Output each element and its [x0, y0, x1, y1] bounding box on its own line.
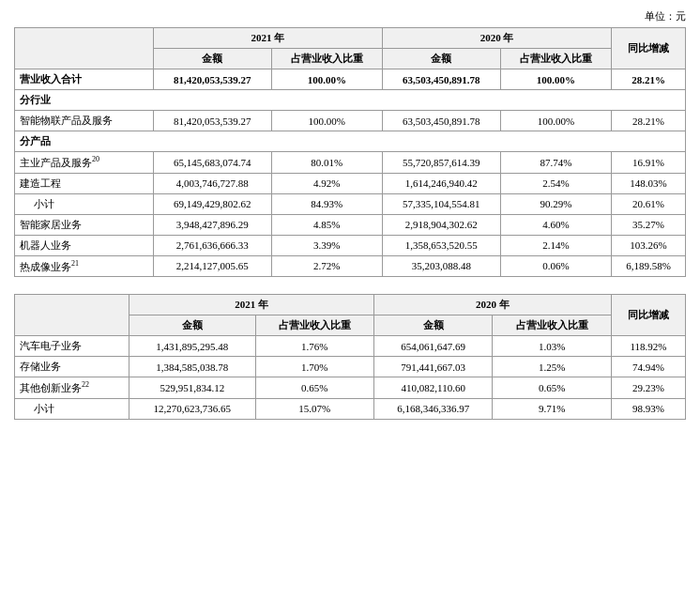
col-2020-header2: 2020 年 [374, 295, 612, 315]
col-2021-header: 2021 年 [153, 28, 382, 49]
ratio-2021: 4.85% [271, 214, 382, 235]
row-label: 营业收入合计 [15, 69, 154, 90]
col-ratio-2020: 占营业收入比重 [500, 49, 611, 69]
col-yoy-header2: 同比增减 [611, 295, 685, 336]
amount-2020: 1,358,653,520.55 [382, 235, 500, 255]
amount-2020: 55,720,857,614.39 [382, 152, 500, 174]
ratio-2020: 0.06% [500, 255, 611, 277]
ratio-2020: 100.00% [500, 111, 611, 131]
ratio-2020: 1.25% [493, 357, 611, 377]
col-amount-2021b: 金额 [129, 315, 255, 336]
amount-2021: 81,420,053,539.27 [153, 111, 271, 131]
ratio-2020: 2.54% [500, 173, 611, 193]
amount-2021: 1,431,895,295.48 [129, 336, 255, 357]
amount-2020: 63,503,450,891.78 [382, 111, 500, 131]
col-2021-header2: 2021 年 [129, 295, 374, 315]
ratio-2021: 1.76% [255, 336, 373, 357]
table1: 2021 年 2020 年 同比增减 金额 占营业收入比重 金额 占营业收入比重… [14, 27, 686, 277]
amount-2020: 410,082,110.60 [374, 377, 493, 399]
amount-2020: 63,503,450,891.78 [382, 69, 500, 90]
col-ratio-2020b: 占营业收入比重 [493, 315, 611, 336]
ratio-2020: 9.71% [493, 398, 611, 419]
amount-2020: 6,168,346,336.97 [374, 398, 493, 419]
ratio-2021: 15.07% [255, 398, 373, 419]
amount-2021: 2,761,636,666.33 [153, 235, 271, 255]
ratio-2021: 3.39% [271, 235, 382, 255]
col-amount-2020b: 金额 [374, 315, 493, 336]
col-category2 [15, 295, 129, 336]
row-label: 存储业务 [15, 357, 129, 377]
ratio-2020: 90.29% [500, 193, 611, 214]
yoy: 35.27% [612, 214, 686, 235]
yoy: 20.61% [612, 193, 686, 214]
ratio-2021: 2.72% [271, 255, 382, 277]
amount-2021: 65,145,683,074.74 [153, 152, 271, 174]
row-label: 热成像业务21 [15, 255, 154, 277]
ratio-2021: 1.70% [255, 357, 373, 377]
section-header: 分产品 [15, 131, 686, 152]
amount-2020: 791,441,667.03 [374, 357, 493, 377]
row-label: 小计 [15, 193, 154, 214]
ratio-2021: 80.01% [271, 152, 382, 174]
ratio-2020: 1.03% [493, 336, 611, 357]
col-yoy-header: 同比增减 [612, 28, 686, 69]
amount-2021: 81,420,053,539.27 [153, 69, 271, 90]
amount-2021: 2,214,127,005.65 [153, 255, 271, 277]
yoy: 74.94% [611, 357, 685, 377]
ratio-2021: 100.00% [271, 69, 382, 90]
amount-2020: 35,203,088.48 [382, 255, 500, 277]
amount-2021: 1,384,585,038.78 [129, 357, 255, 377]
row-label: 智能家居业务 [15, 214, 154, 235]
unit-label: 单位：元 [14, 9, 686, 23]
amount-2021: 3,948,427,896.29 [153, 214, 271, 235]
ratio-2021: 4.92% [271, 173, 382, 193]
ratio-2021: 100.00% [271, 111, 382, 131]
amount-2020: 2,918,904,302.62 [382, 214, 500, 235]
col-amount-2020: 金额 [382, 49, 500, 69]
amount-2020: 654,061,647.69 [374, 336, 493, 357]
row-label: 主业产品及服务20 [15, 152, 154, 174]
yoy: 28.21% [612, 69, 686, 90]
row-label: 建造工程 [15, 173, 154, 193]
amount-2021: 69,149,429,802.62 [153, 193, 271, 214]
col-2020-header: 2020 年 [382, 28, 611, 49]
amount-2021: 529,951,834.12 [129, 377, 255, 399]
ratio-2021: 84.93% [271, 193, 382, 214]
ratio-2021: 0.65% [255, 377, 373, 399]
row-label: 小计 [15, 398, 129, 419]
table2: 2021 年 2020 年 同比增减 金额 占营业收入比重 金额 占营业收入比重… [14, 294, 686, 420]
row-label: 机器人业务 [15, 235, 154, 255]
yoy: 6,189.58% [612, 255, 686, 277]
col-amount-2021: 金额 [153, 49, 271, 69]
amount-2020: 57,335,104,554.81 [382, 193, 500, 214]
yoy: 98.93% [611, 398, 685, 419]
ratio-2020: 2.14% [500, 235, 611, 255]
yoy: 16.91% [612, 152, 686, 174]
ratio-2020: 4.60% [500, 214, 611, 235]
amount-2020: 1,614,246,940.42 [382, 173, 500, 193]
row-label: 其他创新业务22 [15, 377, 129, 399]
amount-2021: 4,003,746,727.88 [153, 173, 271, 193]
amount-2021: 12,270,623,736.65 [129, 398, 255, 419]
yoy: 28.21% [612, 111, 686, 131]
row-label: 汽车电子业务 [15, 336, 129, 357]
yoy: 103.26% [612, 235, 686, 255]
col-category [15, 28, 154, 69]
yoy: 29.23% [611, 377, 685, 399]
section-header: 分行业 [15, 90, 686, 111]
ratio-2020: 100.00% [500, 69, 611, 90]
ratio-2020: 0.65% [493, 377, 611, 399]
yoy: 148.03% [612, 173, 686, 193]
yoy: 118.92% [611, 336, 685, 357]
row-label: 智能物联产品及服务 [15, 111, 154, 131]
col-ratio-2021: 占营业收入比重 [271, 49, 382, 69]
ratio-2020: 87.74% [500, 152, 611, 174]
col-ratio-2021b: 占营业收入比重 [255, 315, 373, 336]
